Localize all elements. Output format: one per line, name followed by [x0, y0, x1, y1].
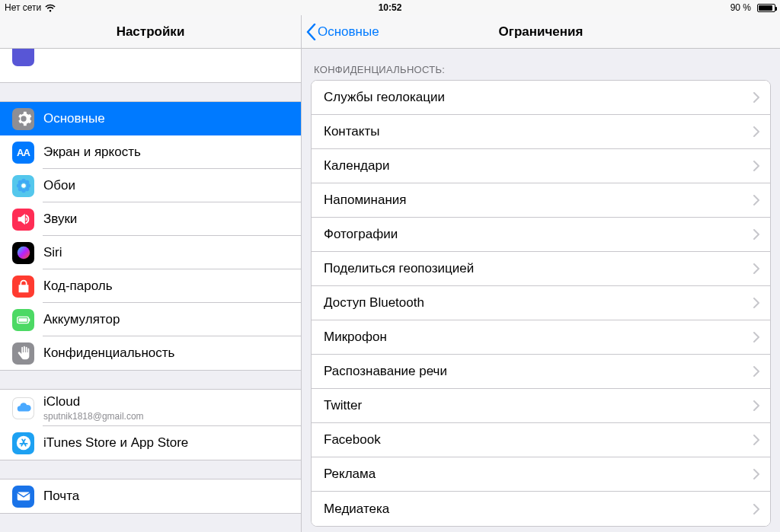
sidebar-item-general[interactable]: Основные: [0, 102, 301, 135]
chevron-right-icon: [753, 469, 759, 479]
sidebar-item-label: Обои: [43, 178, 75, 193]
svg-rect-12: [28, 319, 30, 322]
sidebar-item-subtitle: sputnik1818@gmail.com: [43, 411, 144, 422]
sidebar-item-battery[interactable]: Аккумулятор: [0, 303, 301, 336]
siri-icon: [12, 242, 34, 264]
svg-rect-11: [18, 318, 27, 322]
chevron-right-icon: [753, 126, 759, 137]
flower-icon: [12, 175, 34, 197]
privacy-item-label: Facebook: [324, 432, 753, 448]
chevron-right-icon: [753, 435, 759, 445]
status-time: 10:52: [379, 2, 402, 13]
privacy-item-speech[interactable]: Распознавание речи: [312, 355, 770, 389]
mail-icon: [12, 486, 34, 508]
sidebar-item-passcode[interactable]: Код-пароль: [0, 269, 301, 303]
detail-list[interactable]: КОНФИДЕНЦИАЛЬНОСТЬ: Службы геолокацииКон…: [302, 49, 780, 532]
privacy-item-contacts[interactable]: Контакты: [312, 115, 770, 149]
sidebar-item-wallpaper[interactable]: Обои: [0, 169, 301, 202]
privacy-item-sharelocation[interactable]: Поделиться геопозицией: [312, 252, 770, 286]
svg-point-7: [18, 187, 22, 192]
detail-header: Основные Ограничения: [302, 15, 780, 49]
privacy-item-label: Микрофон: [324, 330, 753, 345]
sidebar: Настройки ОсновныеAAЭкран и яркостьОбоиЗ…: [0, 15, 302, 532]
back-button[interactable]: Основные: [306, 15, 379, 48]
aa-icon: AA: [12, 142, 34, 164]
chevron-right-icon: [753, 92, 759, 103]
privacy-item-ads[interactable]: Реклама: [312, 457, 770, 492]
privacy-item-label: Фотографии: [324, 227, 753, 242]
sidebar-item-label: Код-пароль: [43, 279, 113, 294]
chevron-right-icon: [753, 298, 759, 308]
privacy-item-label: Реклама: [324, 467, 753, 482]
appstore-icon: [12, 432, 34, 454]
privacy-item-microphone[interactable]: Микрофон: [312, 320, 770, 355]
sidebar-item-label: Основные: [43, 111, 105, 126]
chevron-right-icon: [753, 332, 759, 342]
privacy-item-label: Медиатека: [324, 502, 753, 517]
privacy-item-label: Контакты: [324, 124, 753, 139]
privacy-item-reminders[interactable]: Напоминания: [312, 183, 770, 218]
privacy-item-photos[interactable]: Фотографии: [312, 218, 770, 252]
privacy-item-label: Распознавание речи: [324, 364, 753, 379]
detail-pane: Основные Ограничения КОНФИДЕНЦИАЛЬНОСТЬ:…: [302, 15, 780, 532]
sidebar-header: Настройки: [0, 15, 301, 49]
sidebar-title: Настройки: [117, 24, 185, 40]
svg-point-5: [18, 180, 22, 185]
sidebar-item-sounds[interactable]: Звуки: [0, 202, 301, 236]
sidebar-list[interactable]: ОсновныеAAЭкран и яркостьОбоиЗвукиSiriКо…: [0, 49, 301, 532]
sidebar-item-label: iTunes Store и App Store: [43, 435, 188, 451]
sidebar-item-label: Конфиденциальность: [43, 346, 174, 361]
status-battery-text: 90 %: [730, 2, 751, 13]
sidebar-item-label: iCloud: [43, 394, 144, 409]
sidebar-item-display[interactable]: AAЭкран и яркость: [0, 135, 301, 169]
sidebar-item-icloud[interactable]: iCloudsputnik1818@gmail.com: [0, 390, 301, 426]
privacy-item-label: Twitter: [324, 398, 753, 413]
cloud-icon: [12, 397, 34, 419]
privacy-item-media[interactable]: Медиатека: [312, 492, 770, 526]
sidebar-item-label: Экран и яркость: [43, 145, 141, 160]
sidebar-item-partial[interactable]: [0, 49, 301, 82]
sidebar-item-label: Почта: [43, 489, 79, 504]
svg-rect-14: [17, 492, 30, 501]
privacy-item-calendars[interactable]: Календари: [312, 149, 770, 183]
svg-point-9: [17, 247, 30, 260]
chevron-right-icon: [753, 263, 759, 274]
privacy-item-label: Календари: [324, 158, 753, 174]
chevron-right-icon: [753, 195, 759, 205]
privacy-item-bluetooth[interactable]: Доступ Bluetooth: [312, 286, 770, 320]
sidebar-item-appstore[interactable]: iTunes Store и App Store: [0, 426, 301, 460]
hand-icon: [12, 342, 34, 365]
battery-icon: [755, 4, 775, 12]
chevron-right-icon: [753, 161, 759, 171]
chevron-right-icon: [753, 504, 759, 514]
section-header-privacy: КОНФИДЕНЦИАЛЬНОСТЬ:: [302, 59, 780, 80]
back-label: Основные: [318, 24, 379, 40]
chevron-right-icon: [753, 400, 759, 411]
sidebar-item-label: Аккумулятор: [43, 312, 120, 327]
status-bar: Нет сети 10:52 90 %: [0, 0, 780, 15]
sidebar-item-label: Siri: [43, 245, 62, 260]
chevron-right-icon: [753, 366, 759, 377]
detail-title: Ограничения: [499, 24, 583, 40]
gear-icon: [12, 108, 34, 130]
privacy-item-label: Напоминания: [324, 193, 753, 208]
speaker-icon: [12, 209, 34, 231]
privacy-item-facebook[interactable]: Facebook: [312, 423, 770, 457]
status-network: Нет сети: [5, 2, 41, 13]
battery-icon: [12, 309, 34, 331]
sidebar-item-mail[interactable]: Почта: [0, 479, 301, 513]
privacy-item-twitter[interactable]: Twitter: [312, 389, 770, 423]
svg-point-6: [24, 180, 29, 185]
lock-icon: [12, 276, 34, 298]
privacy-item-label: Службы геолокации: [324, 90, 753, 105]
sidebar-item-label: Звуки: [43, 212, 77, 227]
sidebar-item-privacy[interactable]: Конфиденциальность: [0, 336, 301, 370]
privacy-item-label: Поделиться геопозицией: [324, 261, 753, 276]
wifi-icon: [45, 4, 56, 12]
svg-point-0: [21, 183, 26, 188]
privacy-item-label: Доступ Bluetooth: [324, 295, 753, 311]
svg-point-8: [24, 187, 29, 192]
sidebar-item-siri[interactable]: Siri: [0, 236, 301, 269]
privacy-item-location[interactable]: Службы геолокации: [312, 81, 770, 115]
chevron-right-icon: [753, 229, 759, 240]
